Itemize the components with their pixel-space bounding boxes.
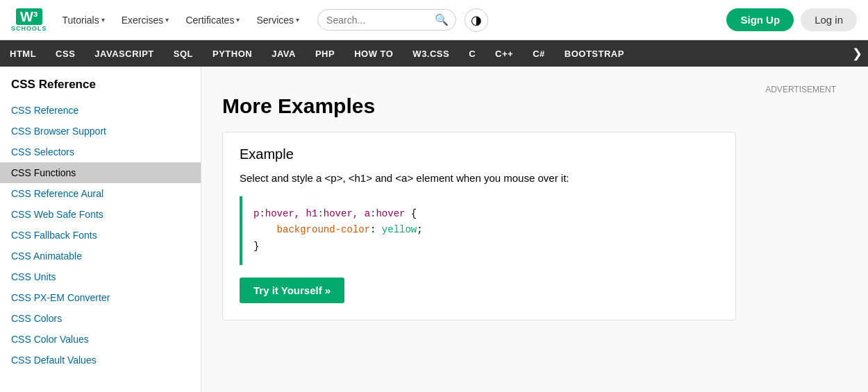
lang-bootstrap[interactable]: BOOTSTRAP — [555, 40, 634, 67]
logo-w3: W³ — [16, 8, 42, 25]
page-title: More Examples — [222, 94, 847, 118]
code-semi: ; — [417, 224, 422, 235]
example-description: Select and style a <p>, <h1> and <a> ele… — [240, 171, 719, 187]
main-layout: CSS Reference CSS Reference CSS Browser … — [0, 67, 868, 392]
top-nav: W³ SCHOOLS Tutorials ▾ Exercises ▾ Certi… — [0, 0, 868, 40]
nav-exercises[interactable]: Exercises ▾ — [115, 10, 176, 30]
sidebar-link-css-default-values[interactable]: CSS Default Values — [0, 350, 201, 370]
certificates-caret: ▾ — [236, 16, 240, 24]
sidebar-link-css-units[interactable]: CSS Units — [0, 266, 201, 287]
code-property: background-color — [253, 224, 370, 235]
sidebar-link-css-colors[interactable]: CSS Colors — [0, 308, 201, 329]
code-line-2: background-color: yellow; — [253, 222, 708, 239]
lang-javascript[interactable]: JAVASCRIPT — [85, 40, 163, 67]
lang-html[interactable]: HTML — [0, 40, 46, 67]
code-value: yellow — [382, 224, 417, 235]
sidebar-link-css-color-values[interactable]: CSS Color Values — [0, 329, 201, 350]
logo-schools: SCHOOLS — [11, 25, 47, 32]
example-heading: Example — [240, 146, 719, 162]
try-it-yourself-button[interactable]: Try it Yourself » — [240, 278, 344, 303]
lang-csharp[interactable]: C# — [523, 40, 555, 67]
lang-python[interactable]: PYTHON — [203, 40, 262, 67]
code-line-3: } — [253, 239, 708, 255]
contrast-button[interactable]: ◑ — [465, 8, 488, 32]
sidebar-link-css-reference[interactable]: CSS Reference — [0, 100, 201, 121]
sidebar-heading: CSS Reference — [0, 78, 201, 100]
search-input[interactable] — [326, 15, 431, 26]
services-caret: ▾ — [296, 16, 299, 24]
lang-bar-arrow[interactable]: ❯ — [846, 40, 868, 67]
tutorials-label: Tutorials — [62, 15, 99, 26]
code-block: p:hover, h1:hover, a:hover { background-… — [240, 196, 719, 265]
sidebar-link-css-animatable[interactable]: CSS Animatable — [0, 246, 201, 266]
example-box: Example Select and style a <p>, <h1> and… — [222, 132, 736, 321]
ad-label: ADVERTISEMENT — [222, 80, 847, 94]
tutorials-caret: ▾ — [101, 16, 105, 24]
lang-bar: HTML CSS JAVASCRIPT SQL PYTHON JAVA PHP … — [0, 40, 868, 67]
signup-button[interactable]: Sign Up — [726, 8, 794, 31]
sidebar-link-css-px-em[interactable]: CSS PX-EM Converter — [0, 287, 201, 308]
exercises-caret: ▾ — [165, 16, 169, 24]
nav-certificates[interactable]: Certificates ▾ — [178, 10, 247, 30]
services-label: Services — [256, 15, 294, 26]
code-brace-close: } — [253, 241, 259, 252]
lang-php[interactable]: PHP — [306, 40, 344, 67]
sidebar-link-css-fallback-fonts[interactable]: CSS Fallback Fonts — [0, 225, 201, 246]
search-icon: 🔍 — [435, 13, 449, 26]
lang-w3css[interactable]: W3.CSS — [403, 40, 459, 67]
certificates-label: Certificates — [185, 15, 234, 26]
sidebar-link-css-reference-aural[interactable]: CSS Reference Aural — [0, 183, 201, 204]
code-brace-open: { — [405, 208, 417, 219]
sidebar-link-css-selectors[interactable]: CSS Selectors — [0, 142, 201, 162]
lang-howto[interactable]: HOW TO — [344, 40, 403, 67]
sidebar-link-css-functions[interactable]: CSS Functions — [0, 162, 201, 183]
code-colon: : — [370, 224, 382, 235]
lang-java[interactable]: JAVA — [262, 40, 306, 67]
login-button[interactable]: Log in — [801, 8, 857, 31]
code-line-1: p:hover, h1:hover, a:hover { — [253, 206, 708, 223]
nav-services[interactable]: Services ▾ — [249, 10, 306, 30]
sidebar-link-css-browser-support[interactable]: CSS Browser Support — [0, 121, 201, 142]
content-area: ADVERTISEMENT More Examples Example Sele… — [201, 67, 868, 392]
lang-sql[interactable]: SQL — [164, 40, 203, 67]
lang-c[interactable]: C — [459, 40, 485, 67]
sidebar-link-css-web-safe-fonts[interactable]: CSS Web Safe Fonts — [0, 204, 201, 225]
exercises-label: Exercises — [122, 15, 164, 26]
logo[interactable]: W³ SCHOOLS — [11, 8, 47, 32]
nav-tutorials[interactable]: Tutorials ▾ — [56, 10, 112, 30]
code-selector: p:hover, h1:hover, a:hover — [253, 208, 405, 219]
lang-css[interactable]: CSS — [46, 40, 85, 67]
lang-cpp[interactable]: C++ — [485, 40, 523, 67]
search-box: 🔍 — [317, 9, 456, 31]
sidebar: CSS Reference CSS Reference CSS Browser … — [0, 67, 201, 392]
